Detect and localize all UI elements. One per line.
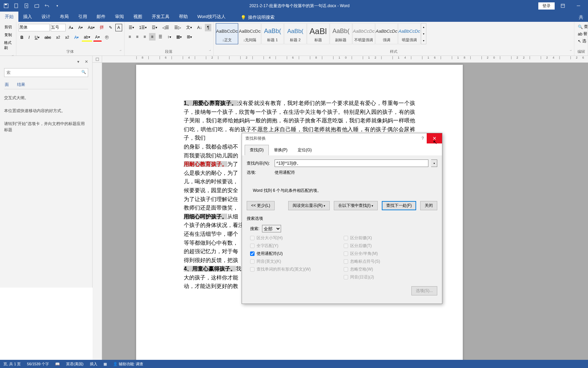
bullets-button[interactable]: ☰▾ <box>127 24 136 31</box>
login-button[interactable]: 登录 <box>538 2 555 10</box>
style-title[interactable]: AaBl标题 <box>307 23 329 44</box>
change-case-button[interactable]: Aa▾ <box>86 24 97 31</box>
gallery-more-icon[interactable]: ▾ <box>421 37 426 44</box>
nav-close-icon[interactable]: ✕ <box>85 59 88 64</box>
tab-find[interactable]: 查找(D) <box>245 145 269 155</box>
italic-button[interactable]: I <box>27 34 32 41</box>
find-button[interactable]: 🔍查 <box>576 23 586 30</box>
tab-help[interactable]: 帮助 <box>174 12 193 22</box>
char-border-button[interactable]: A <box>115 24 122 31</box>
save-icon[interactable] <box>3 2 10 9</box>
style-emphasis[interactable]: AaBbCcDc强调 <box>375 23 398 44</box>
show-marks-button[interactable]: ¶ <box>205 24 211 31</box>
open-icon[interactable] <box>33 2 40 9</box>
text-effects-button[interactable]: A▾ <box>72 34 81 41</box>
align-left-button[interactable]: ≡ <box>127 33 133 41</box>
less-button[interactable]: << 更少(L) <box>247 201 275 210</box>
ruler-corner[interactable] <box>93 56 102 63</box>
align-center-button[interactable]: ≡ <box>134 33 141 41</box>
font-size-select[interactable] <box>51 24 66 31</box>
insert-mode[interactable]: 插入 <box>90 362 97 367</box>
gallery-up-icon[interactable]: ▴ <box>421 24 426 30</box>
bold-button[interactable]: B <box>18 34 26 41</box>
nav-dropdown-icon[interactable]: ▾ <box>77 59 79 64</box>
dialog-titlebar[interactable]: 查找和替换 ? ✕ <box>242 133 442 143</box>
grow-font-button[interactable]: A▴ <box>67 24 75 31</box>
nav-search-input[interactable] <box>4 68 88 77</box>
tab-home[interactable]: 开始 <box>0 12 18 22</box>
multilevel-button[interactable]: ☲▾ <box>150 24 159 31</box>
style-subtitle[interactable]: AaBb(副标题 <box>330 23 352 44</box>
search-direction-select[interactable]: 全部 <box>262 225 281 232</box>
copy-button[interactable]: 复制 <box>2 31 14 39</box>
superscript-button[interactable]: x2 <box>63 34 71 41</box>
style-gallery[interactable]: AaBbCcDc↓正文 AaBbCcDc↓无间隔 AaBb(标题 1 AaBb(… <box>216 23 572 44</box>
tab-design[interactable]: 设计 <box>37 12 55 22</box>
highlight-button[interactable]: ab▾ <box>82 33 92 42</box>
gallery-down-icon[interactable]: ▾ <box>421 30 426 37</box>
tab-goto[interactable]: 定位(G) <box>293 145 317 155</box>
asian-layout-button[interactable]: 文▾ <box>184 23 194 32</box>
replace-button[interactable]: ab替 <box>576 30 586 37</box>
macro-icon[interactable]: ▦ <box>103 362 107 366</box>
style-normal[interactable]: AaBbCcDc↓正文 <box>216 23 238 44</box>
phonetic-guide-button[interactable]: 拼 <box>98 23 106 32</box>
font-name-select[interactable] <box>18 24 50 31</box>
tell-me-search[interactable]: 💡 操作说明搜索 <box>237 13 278 22</box>
sort-button[interactable]: A↓ <box>195 24 204 31</box>
style-h1[interactable]: AaBb(标题 1 <box>261 23 284 44</box>
shading-button[interactable]: ▦▾ <box>174 33 184 41</box>
nav-tab-pages[interactable]: 面 <box>4 80 10 89</box>
tab-layout[interactable]: 布局 <box>55 12 74 22</box>
find-in-button[interactable]: 在以下项中查找(I) <box>334 201 378 210</box>
subscript-button[interactable]: x2 <box>54 34 62 41</box>
tab-replace[interactable]: 替换(P) <box>269 145 293 155</box>
word-count[interactable]: 56/1539 个字 <box>27 362 49 367</box>
undo-icon[interactable] <box>44 2 50 9</box>
enclose-button[interactable]: ㊥ <box>103 33 111 42</box>
font-color-button[interactable]: A▾ <box>93 33 102 42</box>
ribbon-options-icon[interactable] <box>555 1 570 11</box>
find-dropdown-icon[interactable]: ▾ <box>431 159 437 167</box>
vertical-ruler[interactable] <box>93 63 102 360</box>
wildcards-checkbox[interactable]: 使用通配符(U) <box>250 251 344 257</box>
style-nospace[interactable]: AaBbCcDc↓无间隔 <box>239 23 261 44</box>
tab-review[interactable]: 审阅 <box>110 12 129 22</box>
minimize-icon[interactable] <box>571 1 586 11</box>
shrink-font-button[interactable]: A▾ <box>76 24 85 31</box>
justify-button[interactable]: ≡ <box>149 33 156 41</box>
borders-button[interactable]: ⊞▾ <box>185 33 194 41</box>
find-what-input[interactable] <box>275 159 428 167</box>
tab-mailings[interactable]: 邮件 <box>92 12 110 22</box>
page-count[interactable]: 页, 共 1 页 <box>3 362 21 367</box>
tab-references[interactable]: 引用 <box>74 12 92 22</box>
share-button[interactable]: 共 <box>574 13 588 22</box>
line-spacing-button[interactable]: ↕▾ <box>165 33 173 41</box>
strike-button[interactable]: abc <box>43 34 53 41</box>
underline-button[interactable]: U ▾ <box>33 34 42 41</box>
indent-increase-button[interactable]: ☰▷ <box>172 24 183 31</box>
horizontal-ruler[interactable]: |8| |6| |4| |2| | |2| |4| |6| |8| |10| |… <box>102 56 588 63</box>
tab-view[interactable]: 视图 <box>129 12 147 22</box>
tab-insert[interactable]: 插入 <box>18 12 37 22</box>
format-painter-button[interactable]: 格式刷 <box>2 39 14 52</box>
nav-tab-results[interactable]: 结果 <box>16 80 26 89</box>
distribute-button[interactable]: ☰ <box>157 33 164 41</box>
dialog-close-button[interactable]: ✕ <box>427 133 442 143</box>
dialog-help-icon[interactable]: ? <box>419 136 427 141</box>
new-icon[interactable] <box>13 2 20 9</box>
accessibility-checker[interactable]: 👤 辅助功能: 调查 <box>113 362 143 367</box>
numbering-button[interactable]: 1☰▾ <box>137 24 149 31</box>
qat-dropdown-icon[interactable]: ▾ <box>54 2 61 9</box>
tab-developer[interactable]: 开发工具 <box>147 12 174 22</box>
indent-decrease-button[interactable]: ◁☰ <box>160 24 171 31</box>
clear-format-button[interactable]: ✎ <box>107 24 114 31</box>
style-subtle-emphasis[interactable]: AaBbCcDc不明显强调 <box>353 23 375 44</box>
align-right-button[interactable]: ≡ <box>142 33 148 41</box>
spell-check-icon[interactable]: 📖 <box>55 362 60 366</box>
select-button[interactable]: ↖选 <box>576 37 586 45</box>
close-button[interactable]: 关闭 <box>420 201 437 210</box>
cut-button[interactable]: 剪切 <box>2 23 14 31</box>
style-intense-emphasis[interactable]: AaBbCcDc明显强调 <box>398 23 421 44</box>
find-next-button[interactable]: 查找下一处(F) <box>382 201 416 210</box>
